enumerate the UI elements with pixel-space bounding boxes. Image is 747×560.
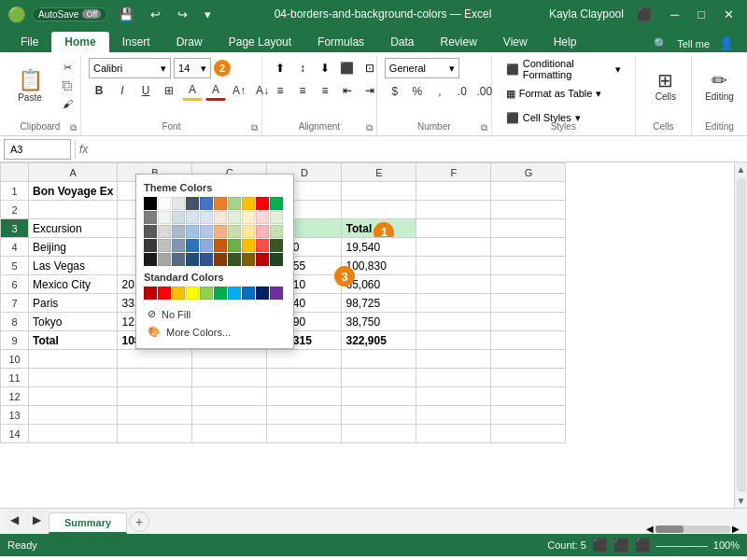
scroll-right-button[interactable]: ▶ xyxy=(732,524,740,534)
row-header-3[interactable]: 3 xyxy=(1,219,29,238)
cell-13-C[interactable] xyxy=(192,406,267,425)
cell-12-G[interactable] xyxy=(491,387,566,406)
cell-9-F[interactable] xyxy=(416,331,491,350)
copy-button[interactable]: ⿻ xyxy=(54,77,80,93)
cell-3-E[interactable]: Total1 xyxy=(342,219,416,238)
theme-color-swatch[interactable] xyxy=(256,253,269,266)
standard-color-swatch[interactable] xyxy=(256,287,269,300)
theme-color-swatch[interactable] xyxy=(186,225,199,238)
row-header-2[interactable]: 2 xyxy=(1,201,29,219)
fill-color-button[interactable]: A xyxy=(182,80,203,101)
percent-button[interactable]: % xyxy=(407,81,428,102)
add-sheet-button[interactable]: + xyxy=(129,511,149,532)
scroll-tabs-left-button[interactable]: ◀ xyxy=(4,510,24,530)
cell-3-F[interactable] xyxy=(416,219,491,238)
page-layout-view-button[interactable]: ⬛ xyxy=(613,538,629,553)
cell-1-A[interactable]: Bon Voyage Ex xyxy=(29,182,118,201)
cell-10-F[interactable] xyxy=(416,350,491,369)
cell-14-G[interactable] xyxy=(491,425,566,443)
cell-6-F[interactable] xyxy=(416,275,491,294)
paste-button[interactable]: 📋 Paste xyxy=(7,58,52,112)
cell-2-G[interactable] xyxy=(491,201,566,219)
theme-color-swatch[interactable] xyxy=(200,253,213,266)
clipboard-expand-icon[interactable]: ⧉ xyxy=(70,122,77,133)
cell-10-B[interactable] xyxy=(118,350,192,369)
scroll-left-button[interactable]: ◀ xyxy=(646,524,654,534)
no-fill-button[interactable]: ⊘ No Fill xyxy=(144,305,286,323)
autosave-toggle[interactable]: AutoSave Off xyxy=(32,7,107,21)
theme-color-swatch[interactable] xyxy=(200,239,213,252)
cell-12-B[interactable] xyxy=(118,387,192,406)
theme-color-swatch[interactable] xyxy=(144,197,157,210)
tab-formulas[interactable]: Formulas xyxy=(304,32,377,52)
scroll-tabs-right-button[interactable]: ▶ xyxy=(26,510,47,530)
ribbon-toggle-button[interactable]: ⬛ xyxy=(631,6,657,23)
cell-7-E[interactable]: 98,725 xyxy=(342,294,416,313)
row-header-8[interactable]: 8 xyxy=(1,313,29,331)
increase-font-button[interactable]: A↑ xyxy=(229,80,249,101)
cell-4-E[interactable]: 19,540 xyxy=(342,238,416,257)
row-header-12[interactable]: 12 xyxy=(1,387,29,406)
cell-13-A[interactable] xyxy=(29,406,118,425)
alignment-expand-icon[interactable]: ⧉ xyxy=(366,122,373,133)
sheet-tab-summary[interactable]: Summary xyxy=(49,512,127,534)
cell-14-F[interactable] xyxy=(416,425,491,443)
customize-button[interactable]: ▾ xyxy=(199,6,217,23)
standard-color-swatch[interactable] xyxy=(270,287,283,300)
cell-8-A[interactable]: Tokyo xyxy=(29,313,118,331)
cell-7-F[interactable] xyxy=(416,294,491,313)
cell-13-G[interactable] xyxy=(491,406,566,425)
format-painter-button[interactable]: 🖌 xyxy=(54,95,80,111)
tab-page-layout[interactable]: Page Layout xyxy=(216,32,304,52)
cell-13-D[interactable] xyxy=(267,406,342,425)
theme-color-swatch[interactable] xyxy=(228,239,241,252)
maximize-button[interactable]: □ xyxy=(692,6,711,23)
cell-reference-box[interactable]: A3 xyxy=(4,139,71,160)
cell-9-E[interactable]: 322,905 xyxy=(342,331,416,350)
row-header-10[interactable]: 10 xyxy=(1,350,29,369)
cell-14-B[interactable] xyxy=(118,425,192,443)
indent-dec-button[interactable]: ⇤ xyxy=(337,80,358,101)
theme-color-swatch[interactable] xyxy=(242,225,255,238)
align-top-button[interactable]: ⬆ xyxy=(270,58,290,78)
align-center-button[interactable]: ≡ xyxy=(292,80,313,101)
cell-3-G[interactable] xyxy=(491,219,566,238)
font-name-box[interactable]: Calibri ▾ xyxy=(89,58,171,78)
theme-color-swatch[interactable] xyxy=(228,197,241,210)
cell-13-E[interactable] xyxy=(342,406,416,425)
cell-10-E[interactable] xyxy=(342,350,416,369)
theme-color-swatch[interactable] xyxy=(214,225,227,238)
standard-color-swatch[interactable] xyxy=(186,287,199,300)
align-bottom-button[interactable]: ⬇ xyxy=(315,58,335,78)
scroll-down-button[interactable]: ▼ xyxy=(735,494,747,508)
theme-color-swatch[interactable] xyxy=(270,211,283,224)
standard-color-swatch[interactable] xyxy=(144,287,157,300)
tab-home[interactable]: Home xyxy=(51,32,108,52)
row-header-9[interactable]: 9 xyxy=(1,331,29,350)
horizontal-scrollbar[interactable]: ◀ ▶ xyxy=(646,524,740,534)
cell-13-F[interactable] xyxy=(416,406,491,425)
theme-color-swatch[interactable] xyxy=(256,225,269,238)
col-header-G[interactable]: G xyxy=(491,163,566,182)
cell-12-A[interactable] xyxy=(29,387,118,406)
theme-color-swatch[interactable] xyxy=(256,197,269,210)
theme-color-swatch[interactable] xyxy=(256,211,269,224)
theme-color-swatch[interactable] xyxy=(270,239,283,252)
row-header-6[interactable]: 6 xyxy=(1,275,29,294)
cell-5-F[interactable] xyxy=(416,257,491,275)
cell-10-A[interactable] xyxy=(29,350,118,369)
row-header-4[interactable]: 4 xyxy=(1,238,29,257)
standard-color-swatch[interactable] xyxy=(200,287,213,300)
redo-button[interactable]: ↪ xyxy=(172,6,193,23)
theme-color-swatch[interactable] xyxy=(158,253,171,266)
cell-14-D[interactable] xyxy=(267,425,342,443)
standard-color-swatch[interactable] xyxy=(242,287,255,300)
tab-view[interactable]: View xyxy=(490,32,541,52)
align-middle-button[interactable]: ↕ xyxy=(292,58,313,78)
theme-color-swatch[interactable] xyxy=(228,211,241,224)
theme-color-swatch[interactable] xyxy=(186,239,199,252)
cell-6-G[interactable] xyxy=(491,275,566,294)
vertical-scrollbar[interactable]: ▲ ▼ xyxy=(734,162,747,508)
number-expand-icon[interactable]: ⧉ xyxy=(481,122,487,133)
theme-color-swatch[interactable] xyxy=(144,225,157,238)
